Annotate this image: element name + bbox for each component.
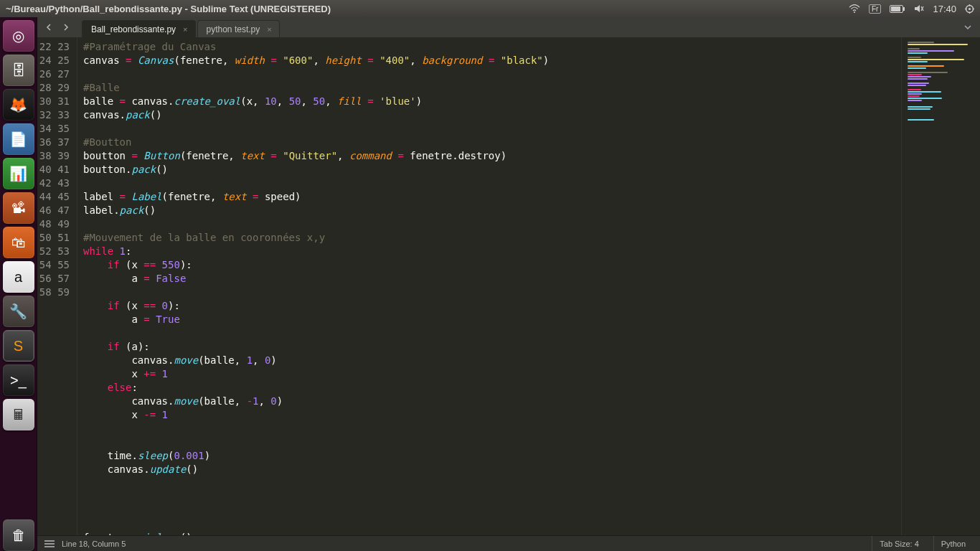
launcher-dash[interactable]: ◎ xyxy=(3,20,34,52)
nav-back-button[interactable] xyxy=(42,20,56,34)
syntax-indicator[interactable]: Python xyxy=(933,536,973,551)
window-title: ~/Bureau/Python/Ball_rebondissante.py - … xyxy=(6,4,849,14)
tab-overflow-button[interactable] xyxy=(960,24,976,30)
line-number-gutter: 22 23 24 25 26 27 28 29 30 31 32 33 34 3… xyxy=(37,37,77,535)
close-icon[interactable]: × xyxy=(267,25,271,34)
launcher-software[interactable]: 🛍 xyxy=(3,227,34,258)
launcher-settings[interactable]: 🔧 xyxy=(3,296,34,327)
svg-rect-3 xyxy=(891,6,900,11)
launcher-impress[interactable]: 📽 xyxy=(3,192,34,224)
clock[interactable]: 17:40 xyxy=(933,4,956,14)
launcher-writer[interactable]: 📄 xyxy=(3,123,34,155)
launcher-sublime[interactable]: S xyxy=(3,330,34,362)
tab-0[interactable]: Ball_rebondissante.py× xyxy=(82,20,196,37)
tab-bar: Ball_rebondissante.py×python test.py× xyxy=(82,17,957,37)
minimap[interactable] xyxy=(901,37,980,535)
editor-area: 22 23 24 25 26 27 28 29 30 31 32 33 34 3… xyxy=(37,37,980,535)
launcher-files[interactable]: 🗄 xyxy=(3,55,34,86)
launcher-calculator[interactable]: 🖩 xyxy=(3,399,34,430)
keyboard-layout-indicator[interactable]: Fr xyxy=(869,4,881,14)
tab-label: python test.py xyxy=(207,24,260,34)
launcher-trash[interactable]: 🗑 xyxy=(3,519,34,551)
launcher-terminal[interactable]: >_ xyxy=(3,364,34,396)
tab-label: Ball_rebondissante.py xyxy=(91,24,176,34)
launcher-firefox[interactable]: 🦊 xyxy=(3,89,34,121)
unity-launcher: ◎🗄🦊📄📊📽🛍a🔧S>_🖩🗑 xyxy=(0,17,37,551)
system-topbar: ~/Bureau/Python/Ball_rebondissante.py - … xyxy=(0,0,980,17)
tab-1[interactable]: python test.py× xyxy=(197,20,280,37)
svg-rect-2 xyxy=(903,7,905,11)
svg-point-0 xyxy=(854,11,855,13)
close-icon[interactable]: × xyxy=(183,25,187,34)
wifi-icon[interactable] xyxy=(849,4,860,13)
svg-point-7 xyxy=(969,7,971,9)
code-editor[interactable]: #Paramétrage du Canvascanvas = Canvas(fe… xyxy=(77,37,901,535)
status-bar: Line 18, Column 5 Tab Size: 4 Python xyxy=(37,535,980,551)
editor-toolbar: Ball_rebondissante.py×python test.py× xyxy=(37,17,980,37)
launcher-calc[interactable]: 📊 xyxy=(3,158,34,189)
battery-icon[interactable] xyxy=(890,5,905,13)
sublime-window: Ball_rebondissante.py×python test.py× 22… xyxy=(37,17,980,551)
gear-icon[interactable] xyxy=(965,4,974,14)
volume-icon[interactable] xyxy=(914,4,924,13)
nav-forward-button[interactable] xyxy=(59,20,73,34)
tab-size-indicator[interactable]: Tab Size: 4 xyxy=(872,536,925,551)
launcher-amazon[interactable]: a xyxy=(3,261,34,293)
cursor-position: Line 18, Column 5 xyxy=(62,540,126,548)
sidebar-toggle-button[interactable] xyxy=(44,540,55,547)
